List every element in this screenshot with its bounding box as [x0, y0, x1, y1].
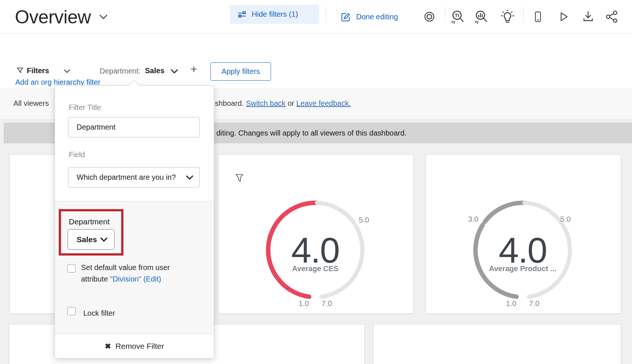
or-text: or	[286, 99, 296, 107]
department-dropdown-chevron-down-icon	[100, 237, 107, 242]
filter-title-input[interactable]: Department	[68, 117, 200, 137]
gauge-product-tick-5: 5.0	[554, 215, 577, 224]
field-select-chevron-down-icon	[186, 175, 193, 180]
active-filter-name[interactable]: Department:	[100, 67, 141, 75]
filters-funnel-icon	[16, 67, 24, 74]
stats-iq-icon[interactable]: iQ	[474, 10, 488, 24]
lock-filter-label: Lock filter	[83, 308, 115, 319]
share-icon[interactable]	[605, 10, 619, 24]
field-label: Field	[69, 150, 85, 159]
gauge-ces-max: 7.0	[316, 299, 338, 308]
toolbar-divider	[523, 7, 523, 22]
default-value-line2-prefix: attribute	[81, 275, 110, 283]
remove-x-icon: ✖	[105, 342, 111, 351]
gauge-product-max: 7.0	[523, 299, 545, 308]
title-chevron-down-icon[interactable]	[99, 14, 107, 20]
field-select[interactable]: Which department are you in?	[68, 167, 200, 188]
done-editing-label: Done editing	[356, 13, 398, 21]
sliders-icon	[236, 10, 248, 19]
department-value-label: Sales	[77, 235, 97, 244]
filter-bar-section: Add an org hierarchy filter	[0, 34, 632, 89]
settings-gear-icon[interactable]	[422, 10, 436, 24]
mobile-preview-icon[interactable]	[532, 10, 544, 24]
field-select-value: Which department are you in?	[77, 173, 176, 182]
gauge-product-value: 4.0	[486, 232, 560, 268]
switch-back-link[interactable]: Switch back	[246, 99, 286, 107]
filter-title-input-value: Department	[77, 123, 116, 131]
dashboard-page: Overview Hide filters (1) Done editing T…	[0, 0, 632, 364]
default-value-line1: Set default value from user	[81, 263, 170, 272]
lightbulb-icon[interactable]	[500, 10, 515, 24]
gauge-product-min: 1.0	[500, 299, 522, 308]
filter-chip-chevron-down-icon[interactable]	[171, 69, 178, 74]
page-title: Overview	[15, 0, 91, 34]
edit-pencil-icon	[341, 12, 351, 22]
filters-label: Filters	[27, 66, 49, 75]
viewers-notice-text: shboard.	[215, 99, 246, 107]
svg-text:iQ: iQ	[451, 20, 455, 24]
lock-filter-checkbox[interactable]	[67, 307, 75, 315]
toolbar-divider	[326, 7, 326, 22]
viewers-notice-right-fragment: shboard. Switch back or Leave feedback.	[215, 99, 351, 108]
top-toolbar: Overview Hide filters (1) Done editing T…	[0, 0, 632, 34]
play-icon[interactable]	[557, 10, 570, 24]
default-value-label: Set default value from userattribute "Di…	[81, 262, 181, 285]
editing-banner-text: diting. Changes will apply to all viewer…	[216, 123, 406, 143]
gauge-ces-tick-5: 5.0	[353, 216, 375, 224]
widget-card-bottom-right[interactable]	[373, 324, 621, 364]
add-filter-button[interactable]: +	[190, 62, 197, 76]
leave-feedback-link[interactable]: Leave feedback.	[296, 99, 351, 107]
widget-filter-funnel-icon[interactable]	[235, 173, 244, 184]
viewers-notice-left-fragment: All viewers	[13, 99, 49, 108]
apply-filters-button[interactable]: Apply filters	[210, 62, 271, 81]
hide-filters-label: Hide filters (1)	[252, 10, 298, 19]
division-edit-link[interactable]: "Division" (Edit)	[110, 275, 161, 283]
gauge-ces-label: Average CES	[278, 264, 352, 273]
active-filter-value[interactable]: Sales	[145, 66, 164, 75]
download-icon[interactable]	[581, 10, 595, 24]
text-iq-icon[interactable]: Tt iQ	[451, 10, 465, 24]
remove-filter-button[interactable]: ✖ Remove Filter	[55, 334, 214, 358]
gauge-ces-min: 1.0	[293, 299, 315, 308]
popover-divider	[55, 201, 214, 201]
gauge-ces-value: 4.0	[278, 232, 352, 268]
popover-department-label: Department	[69, 217, 110, 226]
remove-filter-label: Remove Filter	[116, 342, 164, 351]
svg-text:Tt: Tt	[455, 13, 460, 18]
filter-title-label: Filter Title	[69, 103, 101, 112]
gauge-product-tick-3: 3.0	[462, 215, 484, 224]
done-editing-button[interactable]: Done editing	[341, 0, 398, 34]
department-value-dropdown[interactable]: Sales	[68, 229, 115, 250]
toolbar-divider	[445, 7, 445, 22]
hide-filters-button[interactable]: Hide filters (1)	[230, 5, 319, 24]
gauge-product-label: Average Product ...	[486, 264, 560, 273]
default-value-checkbox[interactable]	[67, 264, 75, 273]
svg-text:iQ: iQ	[475, 20, 478, 24]
filters-chevron-down-icon[interactable]	[64, 69, 70, 73]
